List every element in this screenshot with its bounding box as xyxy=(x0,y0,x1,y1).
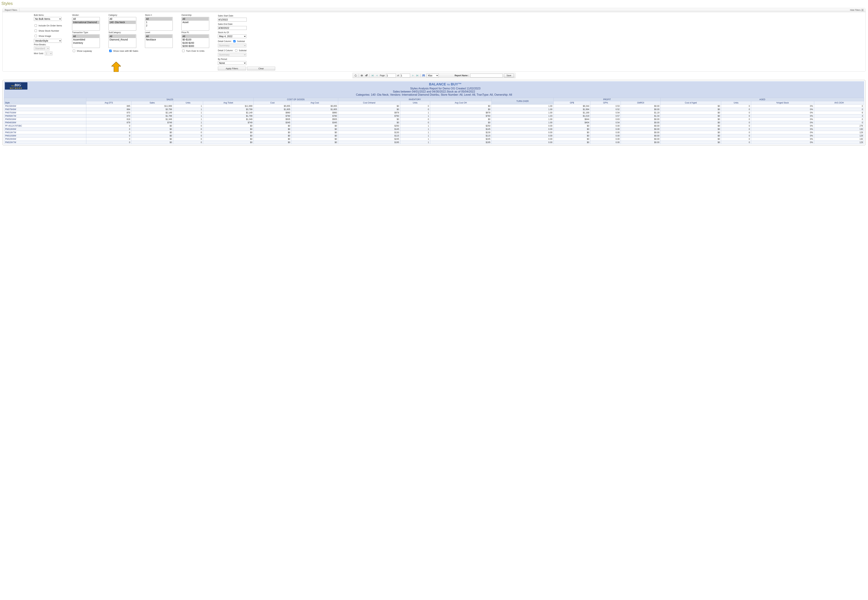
col-gpp[interactable]: GP% xyxy=(591,101,621,105)
data-cell: $0 xyxy=(430,108,491,111)
category-listbox[interactable]: All 140 -Dia Neck xyxy=(109,17,136,30)
sales-start-input[interactable] xyxy=(218,18,247,21)
export-format-select[interactable]: Xlsx xyxy=(427,74,439,77)
style-cell[interactable]: PM010K7W xyxy=(4,131,86,134)
data-cell: 0 xyxy=(721,131,751,134)
last-page-icon[interactable] xyxy=(416,74,419,77)
detail2-subtotal-checkbox[interactable] xyxy=(235,49,237,52)
style-cell[interactable]: PM150K6W xyxy=(4,105,86,108)
show-stock-number-checkbox[interactable] xyxy=(35,30,37,32)
store-listbox[interactable]: All 1 2 xyxy=(145,17,173,30)
col-avgdts[interactable]: Avg DTS xyxy=(86,101,132,105)
data-cell: 0.00 xyxy=(491,138,553,141)
subcategory-listbox[interactable]: All Diamond_Round xyxy=(109,34,136,48)
col-avgticket[interactable]: Avg Ticket xyxy=(203,101,253,105)
col-avgcostoh[interactable]: Avg Cost OH xyxy=(430,101,491,105)
show-image-label: Show Image xyxy=(39,35,51,37)
clear-button[interactable]: Clear xyxy=(247,67,275,70)
col-gp[interactable]: GP$ xyxy=(553,101,590,105)
store-column: Store #: All 1 2 Level: All Necklace xyxy=(145,14,178,70)
data-cell: 0 xyxy=(814,105,864,108)
data-cell: $1,799 xyxy=(131,114,173,118)
ownership-listbox[interactable]: All Asset xyxy=(182,17,209,30)
data-cell: $3,799 xyxy=(203,108,253,111)
detail2-column-select: Summary xyxy=(218,53,246,57)
col-units[interactable]: Units xyxy=(173,101,203,105)
detail-column-label: Detail Column: xyxy=(218,40,232,42)
col-invunits[interactable]: Units xyxy=(400,101,430,105)
col-costaged[interactable]: Cost of Aged xyxy=(660,101,721,105)
data-cell: $0 xyxy=(660,138,721,141)
next-page-icon[interactable] xyxy=(411,74,415,77)
style-cell[interactable]: PM020K6W xyxy=(4,138,86,141)
data-cell: $195 xyxy=(338,141,400,144)
data-cell: 0.54 xyxy=(591,111,621,114)
data-cell: 0.00 xyxy=(491,124,553,127)
table-row: PM020K7W0$00$0$0$0$1951$1950.00$00.00$0.… xyxy=(4,141,864,144)
style-cell[interactable]: PM010S8W xyxy=(4,134,86,138)
style-cell[interactable]: PM050S8W xyxy=(4,118,86,121)
col-style[interactable]: Style xyxy=(4,98,86,105)
col-gmroi[interactable]: GMROI xyxy=(621,101,660,105)
style-cell[interactable]: PM040S8W xyxy=(4,121,86,124)
print-icon[interactable] xyxy=(360,74,364,77)
save-button[interactable]: Save xyxy=(504,74,514,77)
detail-subtotal-checkbox[interactable] xyxy=(233,40,236,42)
style-cell[interactable]: PM075K6W xyxy=(4,108,86,111)
pricept-listbox[interactable]: All $0-$100 $100-$200 $200-$300 xyxy=(182,34,209,48)
report-name-input[interactable] xyxy=(470,74,503,77)
include-on-order-checkbox[interactable] xyxy=(35,24,37,27)
data-cell: $0 xyxy=(253,124,291,127)
col-sales[interactable]: Sales xyxy=(131,101,173,105)
level-listbox[interactable]: All Necklace xyxy=(145,34,173,48)
data-cell: $0 xyxy=(203,141,253,144)
data-cell: $0 xyxy=(430,105,491,108)
prev-page-icon[interactable] xyxy=(375,74,379,77)
style-cell[interactable]: PF-4512A78T0BC xyxy=(4,124,86,127)
data-cell: 0 xyxy=(86,131,132,134)
style-cell[interactable]: PM075S8W xyxy=(4,111,86,114)
col-costonhand[interactable]: Cost Onhand xyxy=(338,101,400,105)
col-avgdoh[interactable]: AVG DOH xyxy=(814,101,864,105)
print-page-icon[interactable] xyxy=(365,74,368,77)
by-period-select[interactable]: None xyxy=(218,61,246,65)
panel-header: Report Filters Hide Filters xyxy=(3,8,865,12)
data-cell: 1 xyxy=(173,118,203,121)
page-input[interactable] xyxy=(386,74,396,77)
transaction-type-listbox[interactable]: All Assembled Inventory xyxy=(72,34,100,48)
turnover-units-checkbox[interactable] xyxy=(182,50,185,52)
report-table: Style SALES COST OF GOODS INVENTORY TURN… xyxy=(4,98,864,144)
data-cell: 0.00 xyxy=(591,138,621,141)
data-cell: 1 xyxy=(400,114,430,118)
data-cell: $0 xyxy=(253,127,291,131)
style-cell[interactable]: PM010K6W xyxy=(4,127,86,131)
first-page-icon[interactable] xyxy=(371,74,374,77)
data-cell: $505 xyxy=(253,118,291,121)
col-pctaged[interactable]: %Aged Stock xyxy=(751,101,814,105)
vendor-listbox[interactable]: All International Diamond xyxy=(72,17,100,30)
page-label: Page xyxy=(380,74,385,77)
sales-end-label: Sales End Date: xyxy=(218,23,277,25)
balance-to-buy-title: BALANCE TO BUY™ xyxy=(5,82,863,86)
sales-end-input[interactable] xyxy=(218,26,247,30)
data-cell: 1 xyxy=(173,111,203,114)
col-avgcost[interactable]: Avg Cost xyxy=(291,101,338,105)
show-zero-sales-checkbox[interactable] xyxy=(109,50,112,52)
save-disk-icon[interactable] xyxy=(422,74,425,77)
col-cost[interactable]: Cost xyxy=(253,101,291,105)
style-by-select[interactable]: VendorStyle xyxy=(34,39,62,43)
bulk-items-select[interactable]: No Bulk Items xyxy=(34,17,62,21)
stock-asof-select[interactable]: May 4, 2022 xyxy=(218,34,246,38)
data-cell: 0 xyxy=(173,141,203,144)
apply-filters-button[interactable]: Apply Filters xyxy=(218,67,246,70)
data-cell: 0 xyxy=(86,127,132,131)
refresh-icon[interactable] xyxy=(354,74,357,77)
report-filters-tab[interactable]: Report Filters xyxy=(3,8,20,12)
style-cell[interactable]: PM020K7W xyxy=(4,141,86,144)
data-cell: 130 xyxy=(814,138,864,141)
col-agedunits[interactable]: Units xyxy=(721,101,751,105)
show-image-checkbox[interactable] xyxy=(35,35,37,37)
hide-filters-link[interactable]: Hide Filters xyxy=(848,8,865,12)
show-layaway-checkbox[interactable] xyxy=(73,50,75,52)
style-cell[interactable]: PM050K7W xyxy=(4,114,86,118)
